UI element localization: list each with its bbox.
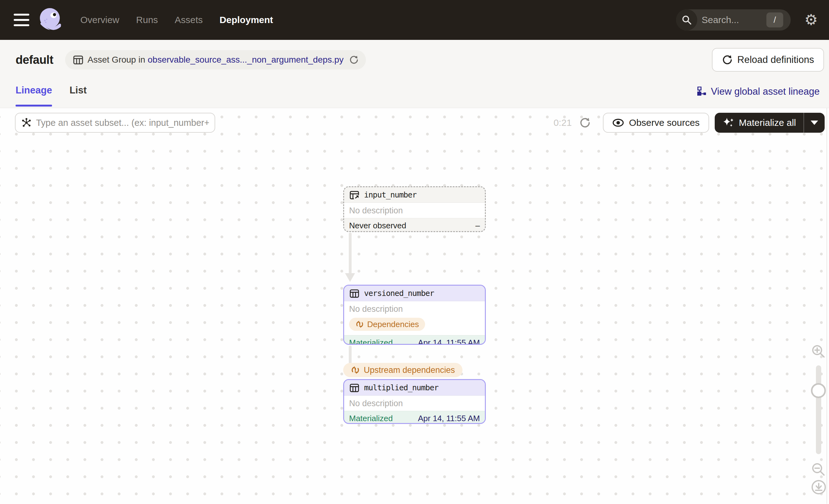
asset-group-label: Asset Group in [87, 55, 145, 65]
dependencies-tag-label: Dependencies [367, 320, 419, 329]
page-title: default [15, 53, 53, 67]
asset-status-timestamp: Apr 14, 11:55 AM [418, 414, 480, 423]
gear-icon[interactable]: ⚙ [804, 12, 818, 27]
hamburger-menu-icon[interactable] [14, 14, 29, 26]
zoom-slider-handle[interactable] [811, 383, 826, 398]
chevron-down-icon [810, 120, 818, 125]
asset-subset-field[interactable] [15, 113, 215, 133]
reload-definitions-button[interactable]: Reload definitions [712, 48, 824, 72]
asset-graph-icon [21, 117, 32, 128]
refresh-timer: 0:21 [553, 117, 572, 128]
materialize-all-label: Materialize all [739, 117, 796, 128]
lineage-graph-icon [697, 86, 707, 97]
eye-icon [612, 119, 624, 127]
dependencies-tag[interactable]: Dependencies [349, 318, 425, 331]
table-icon [73, 54, 84, 65]
zoom-in-icon[interactable] [811, 344, 826, 359]
page-header: default Asset Group in observable_source… [0, 40, 829, 108]
tab-list[interactable]: List [69, 85, 86, 108]
asset-node-input-number[interactable]: input_number No description Never observ… [343, 186, 486, 232]
nav-item-runs[interactable]: Runs [136, 15, 158, 25]
asset-name: multiplied_number [364, 383, 438, 392]
tab-bar: Lineage List [15, 85, 86, 108]
asset-name: versioned_number [364, 289, 434, 298]
search-icon [676, 9, 697, 31]
asset-description: No description [344, 301, 485, 317]
asset-group-breadcrumb: Asset Group in observable_source_ass..._… [65, 50, 366, 69]
view-global-asset-lineage-link[interactable]: View global asset lineage [697, 85, 820, 97]
search-box[interactable]: / [676, 9, 791, 31]
materialize-all-main[interactable]: Materialize all [715, 113, 803, 133]
observe-sources-label: Observe sources [629, 117, 700, 128]
asset-description: No description [344, 396, 485, 411]
edge-arrowhead-icon [345, 273, 355, 282]
nav-item-overview[interactable]: Overview [80, 15, 119, 25]
nav-item-deployment[interactable]: Deployment [220, 15, 273, 25]
table-icon [349, 383, 360, 393]
lineage-canvas[interactable]: 0:21 Observe sources [0, 108, 829, 504]
materialize-dropdown-button[interactable] [804, 113, 825, 133]
tab-lineage[interactable]: Lineage [15, 85, 52, 108]
asset-status-timestamp: Apr 14, 11:55 AM [418, 338, 480, 345]
asset-status: Materialized [349, 338, 393, 345]
search-shortcut-badge: / [766, 12, 783, 27]
table-icon [349, 288, 360, 299]
asset-node-multiplied-number[interactable]: multiplied_number No description Materia… [343, 379, 486, 424]
download-image-icon[interactable] [811, 479, 827, 495]
refresh-graph-icon[interactable] [579, 117, 590, 128]
nav-item-assets[interactable]: Assets [175, 15, 203, 25]
asset-group-file-link[interactable]: observable_source_ass..._non_argument_de… [148, 55, 344, 65]
asset-node-versioned-number[interactable]: versioned_number No description Dependen… [343, 285, 486, 345]
refresh-icon[interactable] [349, 55, 358, 65]
dagster-logo[interactable] [38, 7, 64, 33]
right-panel-divider [827, 108, 827, 504]
observe-sources-button[interactable]: Observe sources [603, 113, 709, 133]
search-input[interactable] [701, 15, 758, 25]
reload-definitions-label: Reload definitions [737, 54, 814, 65]
asset-status: Materialized [349, 414, 393, 423]
sparkles-icon [722, 116, 735, 129]
upstream-dependencies-tag[interactable]: Upstream dependencies [343, 363, 463, 377]
reload-icon [722, 55, 732, 65]
upstream-dependencies-label: Upstream dependencies [364, 365, 455, 375]
asset-subset-input[interactable] [36, 118, 209, 128]
observable-table-icon [349, 190, 360, 200]
asset-status: Never observed [349, 221, 406, 230]
asset-name: input_number [364, 190, 417, 200]
asset-status-value: – [475, 221, 480, 230]
global-lineage-label: View global asset lineage [711, 86, 820, 97]
lineage-toolbar: 0:21 Observe sources [15, 113, 825, 133]
edge-versioned-to-label [349, 346, 352, 364]
sync-warning-icon [355, 320, 364, 329]
materialize-all-button[interactable]: Materialize all [715, 113, 825, 133]
nav-links: Overview Runs Assets Deployment [80, 15, 273, 25]
top-nav: Overview Runs Assets Deployment / ⚙ [0, 0, 829, 40]
sync-warning-icon [351, 365, 360, 375]
asset-description: No description [344, 203, 485, 218]
edge-input-to-versioned [349, 233, 352, 274]
zoom-slider-track[interactable] [816, 365, 821, 454]
zoom-out-icon[interactable] [811, 462, 826, 477]
